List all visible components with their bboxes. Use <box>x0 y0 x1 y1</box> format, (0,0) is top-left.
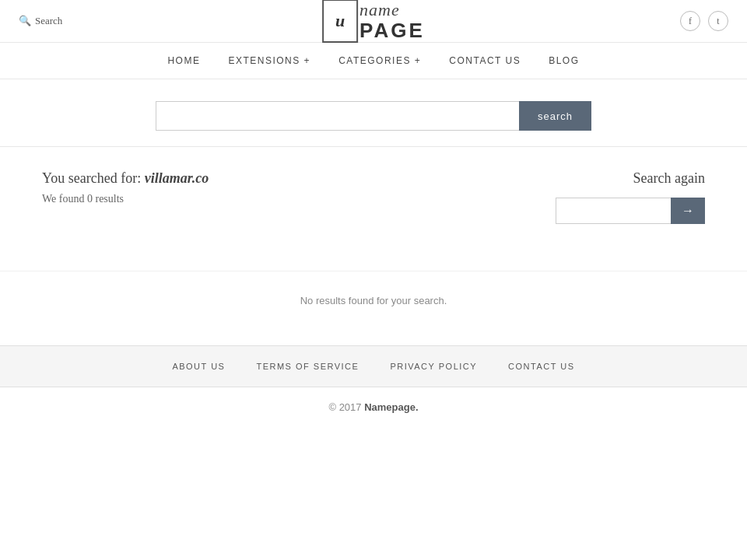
no-results-text: No results found for your search. <box>300 295 447 306</box>
nav-item-blog[interactable]: BLOG <box>549 55 579 66</box>
nav-item-extensions[interactable]: EXTENSIONS + <box>228 55 310 66</box>
logo-page: PAGE <box>359 19 425 42</box>
you-searched-label: You searched for: <box>42 170 141 186</box>
search-again-label: Search again <box>534 170 705 187</box>
nav-item-categories[interactable]: CATEGORIES + <box>338 55 421 66</box>
results-count: We found 0 results <box>42 193 534 205</box>
footer-terms[interactable]: TERMS OF SERVICE <box>256 362 359 371</box>
search-bar-section: search <box>0 79 747 146</box>
footer: ABOUT US TERMS OF SERVICE PRIVACY POLICY… <box>0 345 747 427</box>
no-results-message: No results found for your search. <box>0 271 747 345</box>
search-again-button[interactable]: → <box>671 198 705 224</box>
footer-brand: Namepage. <box>364 401 418 413</box>
footer-nav: ABOUT US TERMS OF SERVICE PRIVACY POLICY… <box>0 345 747 387</box>
nav-item-contact[interactable]: CONTACT US <box>449 55 521 66</box>
header-search-label: Search <box>35 15 62 27</box>
search-again-input[interactable] <box>556 198 671 224</box>
search-again-row: → <box>534 198 705 224</box>
footer-privacy[interactable]: PRIVACY POLICY <box>390 362 477 371</box>
footer-copyright: © 2017 Namepage. <box>0 387 747 427</box>
main-content: You searched for: villamar.co We found 0… <box>23 147 724 271</box>
search-button[interactable]: search <box>519 101 591 131</box>
main-nav: HOME EXTENSIONS + CATEGORIES + CONTACT U… <box>0 43 747 79</box>
search-term: villamar.co <box>145 170 209 186</box>
search-bar-wrapper: search <box>156 101 591 131</box>
twitter-icon[interactable]: t <box>708 11 728 31</box>
logo-name: name <box>359 1 425 19</box>
footer-about-us[interactable]: ABOUT US <box>172 362 225 371</box>
facebook-icon[interactable]: f <box>680 11 700 31</box>
search-icon: 🔍 <box>19 15 31 27</box>
footer-copy-prefix: © 2017 <box>328 401 364 413</box>
footer-contact[interactable]: CONTACT US <box>508 362 575 371</box>
search-result-left: You searched for: villamar.co We found 0… <box>42 170 534 205</box>
header-search[interactable]: 🔍 Search <box>19 15 62 27</box>
search-input[interactable] <box>156 101 519 131</box>
header: 🔍 Search u name PAGE f t <box>0 0 747 43</box>
logo[interactable]: u name PAGE <box>322 0 425 43</box>
search-again-section: Search again → <box>534 170 705 224</box>
footer-nav-inner: ABOUT US TERMS OF SERVICE PRIVACY POLICY… <box>0 362 747 371</box>
searched-for-text: You searched for: villamar.co <box>42 170 534 187</box>
logo-text: name PAGE <box>359 1 425 42</box>
logo-letter: u <box>335 11 345 31</box>
nav-item-home[interactable]: HOME <box>167 55 200 66</box>
social-icons: f t <box>680 11 728 31</box>
logo-box: u <box>322 0 358 43</box>
